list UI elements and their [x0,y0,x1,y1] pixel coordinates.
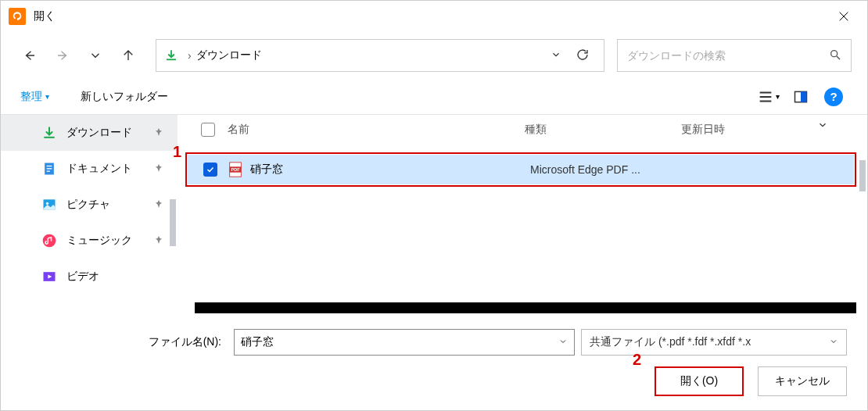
new-folder-button[interactable]: 新しいフォルダー [81,90,168,104]
svg-rect-2 [801,91,807,102]
sidebar-item-label: ビデオ [66,270,99,284]
svg-point-8 [46,202,48,205]
file-type-filter[interactable]: 共通ファイル (*.pdf *.fdf *.xfdf *.x [581,329,847,356]
toolbar: 整理 ▾ 新しいフォルダー ▾ ? [1,79,867,115]
open-button[interactable]: 開く(O) [655,366,744,396]
pin-icon [154,127,163,139]
forward-button[interactable] [49,42,76,69]
breadcrumb-path: ダウンロード [196,48,543,63]
pin-icon [154,198,163,211]
refresh-button[interactable] [569,48,596,64]
filename-value: 硝子窓 [241,335,558,349]
video-icon [40,267,59,286]
svg-text:PDF: PDF [231,167,241,172]
sidebar-item-documents[interactable]: ドキュメント [1,151,178,187]
sidebar-item-label: ドキュメント [66,162,132,176]
download-icon [164,48,178,63]
pictures-icon [40,195,59,214]
sidebar-item-pictures[interactable]: ピクチャ [1,187,178,223]
column-type[interactable]: 種類 [525,123,681,137]
file-row[interactable]: PDF 硝子窓 Microsoft Edge PDF ... [188,155,854,184]
document-icon [40,159,59,178]
sidebar-item-videos[interactable]: ビデオ [1,259,178,295]
sidebar: ダウンロード ドキュメント ピクチャ ミュージック ビデオ [1,115,178,316]
filename-row: ファイル名(N): 硝子窓 共通ファイル (*.pdf *.fdf *.xfdf… [21,329,847,356]
horizontal-scrollbar[interactable] [195,302,856,313]
select-all-checkbox[interactable] [201,123,215,137]
footer: ファイル名(N): 硝子窓 共通ファイル (*.pdf *.fdf *.xfdf… [1,316,867,410]
svg-point-0 [831,50,838,56]
sidebar-item-label: ピクチャ [66,198,110,212]
download-icon [40,123,59,142]
sidebar-item-label: ミュージック [66,234,132,248]
view-menu[interactable]: ▾ [754,83,782,111]
pin-icon [154,163,163,175]
pdf-icon: PDF [227,161,244,178]
svg-rect-4 [47,166,52,166]
up-button[interactable] [115,42,142,69]
organize-menu[interactable]: 整理 ▾ [20,90,49,104]
sidebar-item-label: ダウンロード [66,126,132,140]
open-dialog: 開く › ダウンロード 整理 ▾ 新しいフォルダー ▾ [0,0,868,411]
help-button[interactable]: ? [820,83,848,111]
filter-dropdown-icon [829,336,838,348]
nav-row: › ダウンロード [1,32,867,79]
recent-dropdown[interactable] [82,42,109,69]
preview-toggle[interactable] [787,83,815,111]
filename-dropdown-icon[interactable] [558,336,568,348]
file-area: 名前 種類 更新日時 1 PDF 硝子窓 Microsoft Edge PDF … [178,115,867,316]
search-box[interactable] [617,39,852,72]
sidebar-scrollbar[interactable] [170,199,176,246]
button-row: 2 開く(O) キャンセル [21,366,847,396]
svg-point-9 [43,234,56,248]
vertical-scrollbar[interactable] [859,160,866,191]
column-name[interactable]: 名前 [228,123,525,137]
svg-rect-6 [47,171,50,172]
search-input[interactable] [627,49,829,62]
close-button[interactable] [828,1,859,32]
search-icon [829,48,841,63]
file-name: 硝子窓 [250,163,530,177]
dropdown-icon: ▾ [45,92,49,101]
help-icon: ? [824,88,843,106]
sort-indicator-icon [817,120,828,133]
titlebar: 開く [1,1,867,32]
filename-input[interactable]: 硝子窓 [234,329,575,356]
pin-icon [154,234,163,247]
music-icon [40,231,59,250]
breadcrumb[interactable]: › ダウンロード [156,39,604,72]
filter-value: 共通ファイル (*.pdf *.fdf *.xfdf *.x [590,335,829,349]
body: ダウンロード ドキュメント ピクチャ ミュージック ビデオ [1,115,867,316]
row-checkbox[interactable] [203,163,217,177]
cancel-button[interactable]: キャンセル [758,366,847,396]
svg-rect-5 [47,168,52,169]
file-list: 1 PDF 硝子窓 Microsoft Edge PDF ... [178,145,867,316]
file-type: Microsoft Edge PDF ... [530,163,687,176]
back-button[interactable] [16,42,43,69]
window-title: 開く [34,9,828,23]
sidebar-item-downloads[interactable]: ダウンロード [1,115,178,151]
sidebar-item-music[interactable]: ミュージック [1,223,178,259]
column-date[interactable]: 更新日時 [681,123,867,137]
app-icon [9,8,26,25]
breadcrumb-dropdown[interactable] [543,49,569,63]
breadcrumb-separator: › [188,49,192,62]
filename-label: ファイル名(N): [21,335,228,349]
column-headers: 名前 種類 更新日時 [178,115,867,145]
organize-label: 整理 [20,90,42,104]
annotation-1: 1 [173,143,181,161]
annotation-2: 2 [633,351,641,369]
